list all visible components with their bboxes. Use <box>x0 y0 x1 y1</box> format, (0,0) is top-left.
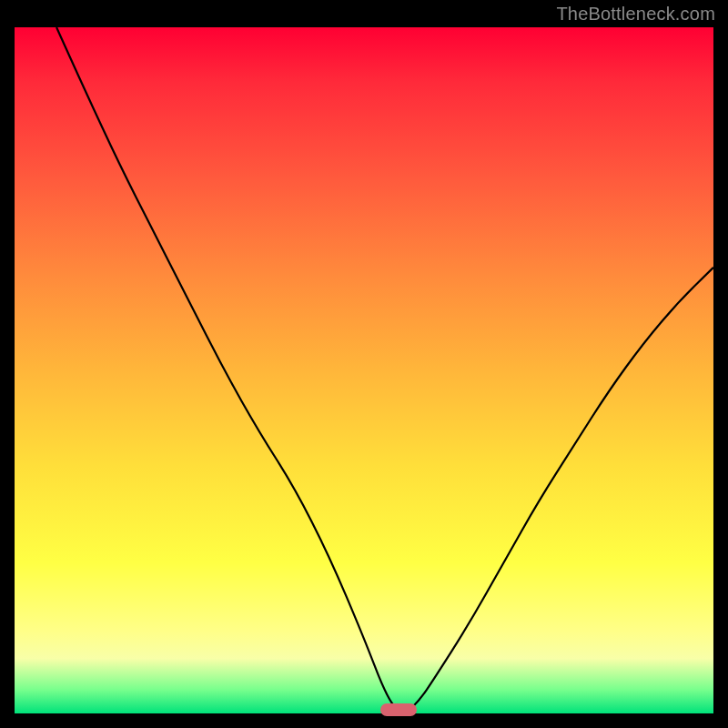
chart-frame: TheBottleneck.com <box>0 0 728 728</box>
watermark-text: TheBottleneck.com <box>556 4 715 25</box>
bottleneck-curve <box>15 27 713 713</box>
optimal-point-marker <box>380 703 417 716</box>
curve-path <box>56 27 713 713</box>
plot-area <box>15 27 713 713</box>
